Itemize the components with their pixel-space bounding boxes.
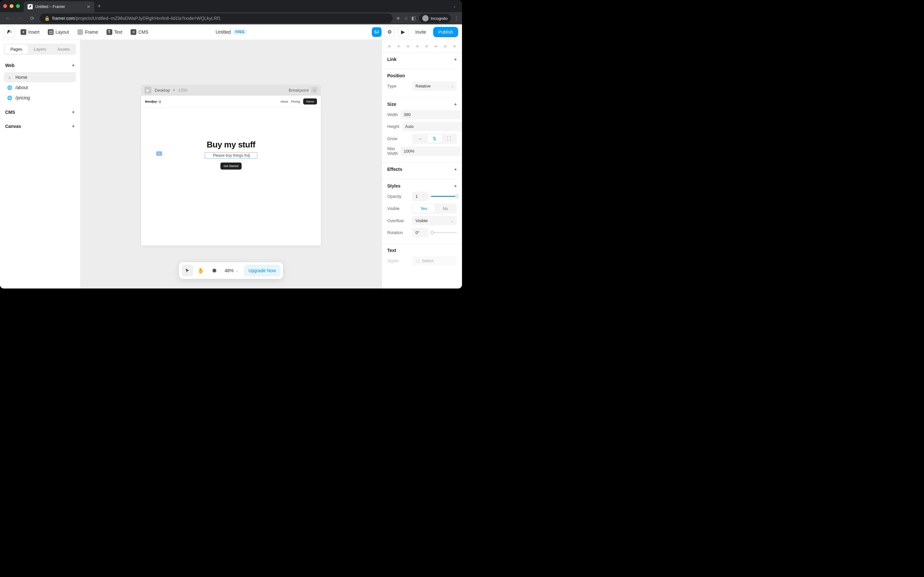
opacity-input[interactable]: [412, 192, 428, 201]
globe-icon: 🌐: [7, 85, 12, 90]
height-input[interactable]: [402, 122, 462, 131]
bookmark-icon[interactable]: ☆: [404, 15, 408, 21]
page-item-pricing[interactable]: 🌐 /pricing: [4, 93, 76, 103]
tabs-dropdown-icon[interactable]: ⌄: [453, 4, 456, 8]
rotation-slider[interactable]: [431, 232, 457, 233]
browser-tab[interactable]: 𝙁 Untitled – Framer ✕: [24, 1, 94, 12]
site-logo[interactable]: Moodjoy :-): [145, 100, 161, 103]
page-item-about[interactable]: 🌐 /about: [4, 82, 76, 93]
chevron-down-icon: ⌄: [451, 219, 454, 222]
align-top-icon[interactable]: ⟛: [415, 43, 420, 49]
play-icon: ▶: [401, 29, 405, 35]
app-toolbar: 𝙁 ▾ + Insert ◫ Layout Frame T Text ≡ CMS…: [0, 24, 462, 40]
align-left-icon[interactable]: ⟛: [387, 43, 393, 49]
url-bar[interactable]: 🔒 framer.com/projects/Untitled--mZ98oDWa…: [40, 13, 393, 23]
add-style-button[interactable]: +: [454, 183, 457, 189]
incognito-badge[interactable]: Incognito: [419, 14, 451, 23]
nav-link-about[interactable]: About: [280, 100, 288, 103]
zoom-control[interactable]: 48% ⌄: [222, 268, 241, 273]
chevron-down-icon: ▾: [10, 31, 12, 34]
user-avatar[interactable]: SJ: [372, 27, 381, 37]
opacity-slider[interactable]: [431, 196, 457, 197]
cms-button[interactable]: ≡ CMS: [128, 27, 151, 37]
visible-no[interactable]: No: [435, 204, 457, 213]
forward-button[interactable]: →: [15, 15, 24, 21]
new-tab-button[interactable]: +: [97, 3, 101, 10]
invite-button[interactable]: Invite: [411, 27, 431, 37]
comment-tool[interactable]: [208, 265, 220, 276]
width-input[interactable]: [401, 110, 461, 119]
hand-tool[interactable]: ✋: [195, 265, 207, 276]
add-effect-button[interactable]: +: [454, 166, 457, 172]
side-panel-icon[interactable]: ◧: [411, 15, 416, 21]
text-styles-select[interactable]: Select: [412, 256, 457, 266]
hero-cta-button[interactable]: Get Started: [220, 163, 242, 169]
grow-both[interactable]: ⛶: [442, 134, 456, 143]
effects-title: Effects: [387, 167, 402, 172]
hero-title[interactable]: Buy my stuff: [207, 140, 255, 150]
add-link-button[interactable]: +: [454, 56, 457, 62]
hero-subtitle-editing[interactable]: Please buy things fro: [205, 152, 257, 159]
close-tab-icon[interactable]: ✕: [87, 4, 90, 9]
position-type-select[interactable]: Relative ⌄: [412, 81, 457, 91]
reload-button[interactable]: ⟳: [27, 15, 37, 21]
breakpoint-label[interactable]: Desktop: [155, 88, 170, 93]
web-section: Web + ⌂ Home 🌐 /about 🌐 /pricing: [4, 61, 76, 103]
framer-app: 𝙁 ▾ + Insert ◫ Layout Frame T Text ≡ CMS…: [0, 24, 462, 288]
add-size-button[interactable]: +: [454, 101, 457, 107]
back-button[interactable]: ←: [3, 15, 12, 21]
page-item-home[interactable]: ⌂ Home: [4, 72, 76, 82]
grow-horizontal[interactable]: ↔: [413, 134, 427, 143]
minimize-window-button[interactable]: [10, 4, 13, 8]
align-center-h-icon[interactable]: ⟛: [396, 43, 402, 49]
settings-button[interactable]: ⚙: [384, 27, 395, 37]
align-right-icon[interactable]: ⟛: [405, 43, 411, 49]
distribute-v-icon[interactable]: ⟛: [452, 43, 457, 49]
visible-yes[interactable]: Yes: [413, 204, 435, 213]
app-menu-button[interactable]: 𝙁 ▾: [4, 27, 15, 37]
tab-pages[interactable]: Pages: [5, 45, 28, 54]
nav-link-pricing[interactable]: Pricing: [291, 100, 300, 103]
maximize-window-button[interactable]: [16, 4, 20, 8]
text-icon: T: [107, 29, 112, 35]
preview-button[interactable]: ▶: [397, 27, 409, 37]
breakpoint-width[interactable]: 1200: [178, 88, 187, 93]
distribute-h-icon[interactable]: ⟛: [443, 43, 448, 49]
align-bottom-icon[interactable]: ⟛: [433, 43, 439, 49]
canvas-frame-desktop[interactable]: Moodjoy :-) About Pricing Signup Buy my …: [141, 95, 321, 245]
page-label: /about: [15, 85, 28, 90]
frame-button[interactable]: Frame: [75, 27, 100, 37]
publish-button[interactable]: Publish: [433, 27, 458, 37]
grow-vertical[interactable]: ⇅: [427, 134, 442, 143]
incognito-icon: [422, 15, 429, 21]
select-tool[interactable]: [182, 265, 193, 276]
preview-frame-button[interactable]: ▶: [144, 87, 152, 93]
add-canvas-button[interactable]: +: [72, 123, 75, 129]
text-button[interactable]: T Text: [104, 27, 125, 37]
document-title[interactable]: Untitled: [216, 29, 231, 35]
selection-align-handle[interactable]: ≡: [156, 151, 162, 156]
size-title: Size: [387, 102, 396, 107]
canvas-area[interactable]: ▶ Desktop ▾ 1200 Breakpoint + Moodjoy :-…: [80, 40, 382, 288]
align-center-v-icon[interactable]: ⟛: [424, 43, 430, 49]
insert-button[interactable]: + Insert: [18, 27, 42, 37]
grow-toggle: ↔ ⇅ ⛶: [412, 134, 457, 143]
add-breakpoint-button[interactable]: +: [311, 87, 318, 93]
add-cms-button[interactable]: +: [72, 109, 75, 115]
overflow-select[interactable]: Visible ⌄: [412, 216, 457, 226]
tab-assets[interactable]: Assets: [52, 45, 75, 54]
close-window-button[interactable]: [3, 4, 7, 8]
upgrade-button[interactable]: Upgrade Now: [244, 265, 280, 276]
browser-menu-icon[interactable]: ⋮: [454, 15, 459, 21]
tab-layers[interactable]: Layers: [29, 45, 52, 54]
canvas-section: Canvas +: [4, 121, 76, 131]
web-section-title: Web: [5, 63, 15, 68]
slider-thumb[interactable]: [431, 231, 434, 234]
eye-off-icon[interactable]: 👁: [396, 16, 401, 21]
slider-thumb[interactable]: [455, 195, 459, 198]
nav-signup-button[interactable]: Signup: [303, 98, 317, 105]
add-page-button[interactable]: +: [72, 63, 75, 68]
layout-button[interactable]: ◫ Layout: [45, 27, 71, 37]
rotation-input[interactable]: [412, 228, 428, 237]
maxwidth-input[interactable]: [401, 147, 461, 156]
